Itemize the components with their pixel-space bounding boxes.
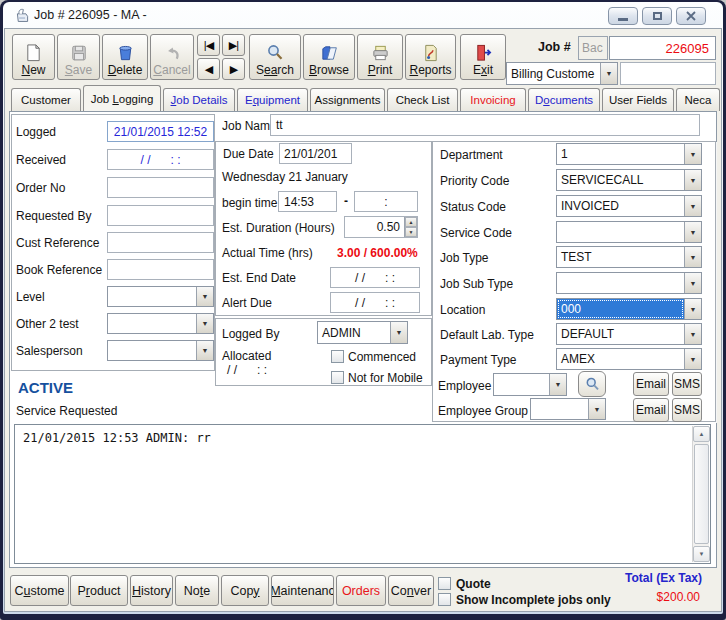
job-type-select[interactable]: TEST▼ (556, 246, 702, 268)
scroll-down-button[interactable]: ▼ (693, 546, 710, 562)
chevron-down-icon[interactable]: ▼ (684, 144, 701, 164)
tab-job-details[interactable]: Job Details (163, 88, 235, 111)
maintenance-button[interactable]: Maintenanc (271, 575, 334, 606)
tab-customer[interactable]: Customer (11, 88, 81, 111)
logged-by-select[interactable]: ADMIN ▼ (317, 321, 408, 344)
chevron-down-icon[interactable]: ▼ (549, 374, 566, 395)
chevron-down-icon[interactable]: ▼ (196, 341, 213, 360)
billing-customer-extra-field[interactable] (620, 62, 716, 85)
chevron-down-icon[interactable]: ▼ (684, 170, 701, 190)
copy-button[interactable]: Copy (221, 575, 269, 606)
default-lab-type-select[interactable]: DEFAULT▼ (556, 323, 702, 345)
employee-sms-button[interactable]: SMS (672, 372, 702, 396)
nav-first-button[interactable]: |◀ (197, 34, 220, 56)
chevron-down-icon[interactable]: ▼ (684, 222, 701, 242)
tab-neca[interactable]: Neca (676, 88, 720, 111)
titlebar[interactable]: Job # 226095 - MA - (4, 3, 722, 27)
job-number-field[interactable]: 226095 (609, 36, 716, 60)
commenced-checkbox[interactable] (331, 350, 344, 363)
requested-by-input[interactable] (107, 205, 214, 226)
quote-checkbox[interactable] (438, 577, 451, 590)
history-button[interactable]: History (130, 575, 173, 606)
note-button[interactable]: Note (175, 575, 219, 606)
department-select[interactable]: 1▼ (556, 143, 702, 165)
chevron-down-icon[interactable]: ▼ (684, 349, 701, 369)
level-label: Level (16, 290, 45, 304)
chevron-down-icon[interactable]: ▼ (684, 299, 701, 319)
tab-job-logging[interactable]: Job Logging (83, 85, 161, 111)
location-select[interactable]: 000 ▼ (556, 298, 702, 320)
service-code-select[interactable]: ▼ (556, 221, 702, 243)
exit-button[interactable]: Exit (460, 34, 506, 80)
chevron-down-icon[interactable]: ▼ (684, 196, 701, 216)
tab-assignments[interactable]: Assignments (310, 88, 385, 111)
received-input[interactable]: / / : : (107, 149, 214, 170)
service-requested-textarea[interactable]: 21/01/2015 12:53 ADMIN: rr ▲ ▼ (14, 424, 711, 564)
scroll-up-button[interactable]: ▲ (693, 426, 710, 442)
employee-group-sms-button[interactable]: SMS (672, 398, 702, 422)
tab-equipment[interactable]: Equipment (237, 88, 308, 111)
chevron-down-icon[interactable]: ▼ (390, 322, 407, 343)
employee-select[interactable]: ▼ (493, 373, 567, 396)
salesperson-select[interactable]: ▼ (107, 340, 214, 361)
status-code-select[interactable]: INVOICED▼ (556, 195, 702, 217)
close-button[interactable] (676, 7, 706, 25)
chevron-down-icon[interactable]: ▼ (196, 287, 213, 306)
new-button[interactable]: New (12, 34, 55, 80)
payment-type-select[interactable]: AMEX▼ (556, 348, 702, 370)
due-date-label: Due Date (223, 147, 274, 161)
logged-input[interactable]: 21/01/2015 12:52 (107, 121, 214, 142)
vertical-scrollbar[interactable]: ▲ ▼ (692, 426, 709, 562)
due-date-input[interactable]: 21/01/201 (279, 143, 352, 164)
nav-next-button[interactable]: ▶ (222, 58, 245, 80)
nav-previous-button[interactable]: ◀ (197, 58, 220, 80)
maximize-button[interactable] (642, 7, 672, 25)
customer-button[interactable]: Custome (10, 575, 69, 606)
orders-button[interactable]: Orders (336, 575, 386, 606)
spin-up-button[interactable]: ▲ (405, 217, 417, 227)
alert-due-input[interactable]: / / : : (330, 292, 420, 313)
est-duration-input[interactable]: 0.50 ▲ ▼ (344, 216, 418, 238)
not-for-mobile-checkbox[interactable] (331, 371, 344, 384)
tab-documents[interactable]: Documents (528, 88, 600, 111)
minimize-button[interactable] (608, 7, 638, 25)
employee-search-button[interactable] (578, 371, 606, 397)
end-time-input[interactable]: : (354, 191, 418, 212)
show-incomplete-checkbox[interactable] (438, 593, 451, 606)
app-icon (14, 7, 31, 24)
begin-time-input[interactable]: 14:53 (278, 191, 337, 212)
chevron-down-icon[interactable]: ▼ (588, 399, 605, 419)
cust-reference-input[interactable] (107, 232, 214, 253)
tab-user-fields[interactable]: User Fields (602, 88, 674, 111)
reports-button[interactable]: Reports (405, 34, 456, 80)
chevron-down-icon[interactable]: ▼ (684, 247, 701, 267)
chevron-down-icon[interactable]: ▼ (684, 273, 701, 293)
employee-email-button[interactable]: Email (633, 372, 669, 396)
spin-down-button[interactable]: ▼ (405, 227, 417, 237)
chevron-down-icon[interactable]: ▼ (196, 314, 213, 333)
search-button[interactable]: Search (249, 34, 301, 80)
order-no-input[interactable] (107, 177, 214, 198)
chevron-down-icon[interactable]: ▼ (600, 63, 617, 84)
billing-customer-select[interactable]: Billing Custome ▼ (506, 62, 618, 85)
delete-button[interactable]: Delete (102, 34, 148, 80)
tab-check-list[interactable]: Check List (387, 88, 458, 111)
employee-group-email-button[interactable]: Email (633, 398, 669, 422)
job-sub-type-select[interactable]: ▼ (556, 272, 702, 294)
product-button[interactable]: Product (70, 575, 128, 606)
level-select[interactable]: ▼ (107, 286, 214, 307)
tab-invoicing[interactable]: Invoicing (460, 88, 526, 111)
priority-code-select[interactable]: SERVICECALL▼ (556, 169, 702, 191)
est-end-date-input[interactable]: / / : : (330, 267, 420, 288)
other-2-test-select[interactable]: ▼ (107, 313, 214, 334)
employee-group-select[interactable]: ▼ (530, 398, 606, 420)
job-name-input[interactable]: tt (270, 114, 700, 136)
chevron-down-icon[interactable]: ▼ (684, 324, 701, 344)
book-reference-input[interactable] (107, 259, 214, 280)
back-button[interactable]: Bac (578, 36, 608, 60)
convert-button[interactable]: Conver (388, 575, 434, 606)
browse-button[interactable]: Browse (303, 34, 355, 80)
nav-last-button[interactable]: ▶| (222, 34, 245, 56)
scrollbar-thumb[interactable] (694, 444, 709, 544)
print-button[interactable]: Print (357, 34, 403, 80)
